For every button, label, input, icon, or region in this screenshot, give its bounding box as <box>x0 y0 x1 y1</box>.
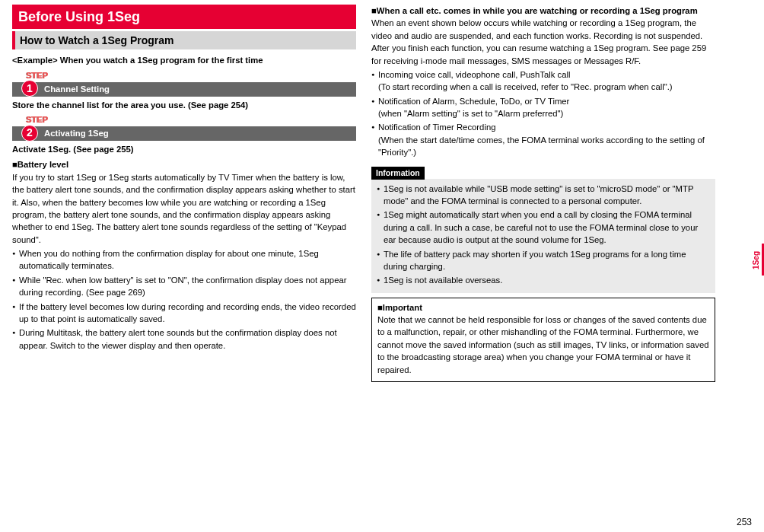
section-title-bar: Before Using 1Seg <box>12 5 356 29</box>
step-2-bar: 2 Activating 1Seg <box>12 126 356 141</box>
bullet-item: 1Seg might automatically start when you … <box>377 209 710 246</box>
step-label-1: STEP <box>26 70 356 82</box>
side-tab-label: 1Seg <box>751 251 762 269</box>
left-column: Before Using 1Seg How to Watch a 1Seg Pr… <box>0 0 365 532</box>
bullet-item: While "Rec. when low battery" is set to … <box>12 274 356 299</box>
bullet-item: 1Seg is not available while "USB mode se… <box>377 183 710 208</box>
bullet-item: When you do nothing from the confirmatio… <box>12 247 356 272</box>
battery-bullets: When you do nothing from the confirmatio… <box>12 247 356 352</box>
bullet-item: If the battery level becomes low during … <box>12 301 356 326</box>
important-paragraph: Note that we cannot be held responsible … <box>377 314 709 376</box>
step-1-bar: 1 Channel Setting <box>12 82 356 97</box>
activate-line: Activate 1Seg. (See page 255) <box>12 143 356 155</box>
step-1-circle: 1 <box>21 80 38 97</box>
example-title: <Example> When you watch a 1Seg program … <box>12 54 356 66</box>
battery-paragraph: If you try to start 1Seg or 1Seg starts … <box>12 171 356 246</box>
step-label-2: STEP <box>26 114 356 126</box>
step-1-title: Channel Setting <box>44 83 110 95</box>
info-bullets: 1Seg is not available while "USB mode se… <box>377 183 710 287</box>
bullet-item: Notification of Alarm, Schedule, ToDo, o… <box>371 95 715 120</box>
important-box: Important Note that we cannot be held re… <box>371 298 715 382</box>
information-box: 1Seg is not available while "USB mode se… <box>371 179 715 293</box>
call-heading: When a call etc. comes in while you are … <box>371 5 715 17</box>
battery-heading: Battery level <box>12 158 356 170</box>
call-bullets: Incoming voice call, videophone call, Pu… <box>371 68 715 159</box>
bullet-item: The life of battery pack may shorten if … <box>377 248 710 273</box>
page-number: 253 <box>737 516 752 529</box>
bullet-item: 1Seg is not available overseas. <box>377 274 710 286</box>
call-paragraph: When an event shown below occurs while w… <box>371 17 715 67</box>
step-2-title: Activating 1Seg <box>44 127 109 139</box>
information-header: Information <box>371 167 425 180</box>
step-2-circle: 2 <box>21 125 38 142</box>
section-subtitle-bar: How to Watch a 1Seg Program <box>12 31 356 49</box>
bullet-item: During Multitask, the battery alert tone… <box>12 327 356 352</box>
right-column: When a call etc. comes in while you are … <box>365 0 731 532</box>
bullet-item: Notification of Timer Recording (When th… <box>371 121 715 158</box>
important-heading: Important <box>377 301 709 314</box>
store-line: Store the channel list for the area you … <box>12 99 356 111</box>
bullet-item: Incoming voice call, videophone call, Pu… <box>371 68 715 94</box>
